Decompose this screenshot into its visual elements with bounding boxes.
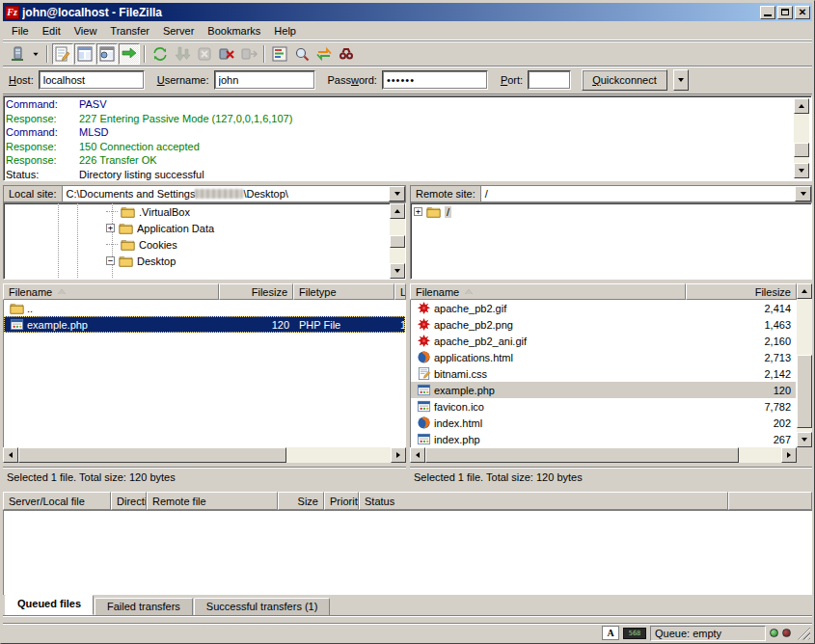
menu-item-bookmarks[interactable]: Bookmarks	[201, 23, 267, 39]
close-button[interactable]: ✕	[795, 6, 810, 19]
expand-plus-icon[interactable]: +	[106, 224, 115, 232]
filter-icon[interactable]	[269, 43, 290, 65]
tree-item-application-data[interactable]: +Application Data	[4, 220, 405, 236]
redacted-username	[195, 189, 243, 199]
file-name: ..	[27, 303, 33, 314]
file-row-example.php[interactable]: example.php120PHP File1	[4, 316, 405, 333]
process-queue-icon	[172, 43, 193, 65]
column-header-filename[interactable]: Filename	[410, 283, 686, 300]
column-header-lastmodified[interactable]: L	[394, 283, 406, 300]
column-header-filetype[interactable]: Filetype	[293, 283, 394, 300]
local-site-combo[interactable]: C:\Documents and Settings\Desktop\	[62, 185, 406, 202]
local-tree-scrollbar[interactable]	[390, 203, 405, 279]
file-row-favicon.ico[interactable]: favicon.ico7,782	[411, 398, 796, 415]
file-row-applications.html[interactable]: applications.html2,713	[411, 349, 796, 365]
disconnect-icon[interactable]	[216, 43, 237, 65]
file-row-apache-pb2.gif[interactable]: apache_pb2.gif2,414	[411, 300, 796, 316]
quickconnect-dropdown[interactable]	[673, 69, 689, 91]
tab-failed-transfers[interactable]: Failed transfers	[95, 598, 193, 615]
file-row-apache-pb2-ani.gif[interactable]: apache_pb2_ani.gif2,160	[411, 333, 796, 349]
scroll-up-icon[interactable]	[797, 283, 812, 299]
menu-item-view[interactable]: View	[68, 23, 104, 39]
log-scrollbar[interactable]	[794, 98, 809, 178]
site-manager-icon[interactable]	[7, 43, 28, 65]
scrollbar-thumb[interactable]	[425, 447, 739, 463]
queue-column-size[interactable]: Size	[278, 492, 324, 510]
remote-vscrollbar[interactable]	[797, 283, 812, 447]
toggle-local-tree-icon[interactable]	[74, 43, 95, 65]
tree-item--virtualbox[interactable]: .VirtualBox	[4, 203, 405, 220]
tree-item-cookies[interactable]: Cookies	[4, 236, 405, 253]
minimize-button[interactable]	[760, 6, 775, 19]
queue-column-empty[interactable]	[728, 492, 812, 510]
scrollbar-thumb[interactable]	[797, 355, 812, 428]
remote-hscrollbar[interactable]	[410, 447, 797, 463]
remote-site-combo[interactable]: /	[480, 185, 812, 202]
username-input[interactable]	[214, 70, 315, 90]
file-row-index.php[interactable]: index.php267	[411, 431, 796, 447]
menu-item-edit[interactable]: Edit	[36, 23, 68, 39]
file-row-index.html[interactable]: index.html202	[411, 415, 796, 431]
column-header-filename[interactable]: Filename	[3, 283, 219, 300]
queue-column-server-local-file[interactable]: Server/Local file	[3, 492, 111, 510]
scroll-up-icon[interactable]	[794, 98, 809, 114]
tree-item-root[interactable]: +/	[411, 203, 811, 220]
column-header-filesize[interactable]: Filesize	[219, 283, 293, 300]
speed-limit-icon[interactable]: 568	[623, 628, 646, 639]
quickconnect-button[interactable]: Quickconnect	[582, 69, 667, 91]
toggle-message-log-icon[interactable]	[52, 43, 73, 65]
expand-plus-icon[interactable]: +	[414, 207, 422, 216]
tab-queued-files[interactable]: Queued files	[5, 595, 94, 615]
toggle-queue-icon[interactable]	[119, 43, 140, 65]
scroll-up-icon[interactable]	[390, 203, 405, 219]
local-hscrollbar[interactable]	[3, 447, 406, 463]
scroll-right-icon[interactable]	[391, 447, 406, 463]
log-line: Command: MLSD	[6, 125, 794, 140]
remote-site-dropdown[interactable]	[795, 186, 811, 201]
resize-grip[interactable]	[797, 627, 810, 640]
toggle-remote-tree-icon[interactable]	[96, 43, 118, 65]
scroll-down-icon[interactable]	[797, 432, 812, 447]
transfer-type-ascii-icon[interactable]: A	[602, 626, 619, 640]
toolbar-separator	[263, 45, 265, 63]
menu-item-server[interactable]: Server	[156, 23, 201, 39]
find-files-icon[interactable]	[336, 43, 357, 65]
collapse-minus-icon[interactable]: −	[106, 256, 115, 265]
scroll-right-icon[interactable]	[781, 447, 797, 463]
file-row-..[interactable]: ..	[4, 300, 405, 316]
port-input[interactable]	[528, 70, 571, 90]
password-input[interactable]	[382, 70, 488, 90]
tree-item-desktop[interactable]: −Desktop	[4, 253, 405, 269]
scroll-left-icon[interactable]	[410, 447, 425, 463]
local-site-dropdown[interactable]	[389, 186, 405, 201]
site-manager-dropdown[interactable]	[29, 43, 42, 65]
queue-column-priority[interactable]: Priority	[324, 492, 359, 510]
queue-status: Queue: empty	[650, 626, 766, 641]
menu-item-file[interactable]: File	[5, 23, 36, 39]
menu-item-transfer[interactable]: Transfer	[103, 23, 156, 39]
queue-column-status[interactable]: Status	[359, 492, 728, 510]
file-row-bitnami.css[interactable]: bitnami.css2,142	[411, 365, 796, 382]
file-row-apache-pb2.png[interactable]: apache_pb2.png1,463	[411, 316, 796, 333]
menu-item-help[interactable]: Help	[267, 23, 303, 39]
synchronized-browsing-icon[interactable]	[313, 43, 335, 65]
file-row-example.php[interactable]: example.php120	[411, 382, 796, 398]
queue-column-directi-[interactable]: Directi...	[111, 492, 147, 510]
tab-successful-transfers-1-[interactable]: Successful transfers (1)	[194, 598, 331, 615]
file-name: example.php	[27, 319, 88, 331]
scroll-left-icon[interactable]	[3, 447, 18, 463]
htmlfile-icon	[416, 350, 431, 365]
queue-column-remote-file[interactable]: Remote file	[147, 492, 278, 510]
directory-comparison-icon[interactable]	[291, 43, 312, 65]
htmlfile-icon	[416, 416, 431, 431]
scrollbar-thumb[interactable]	[18, 447, 286, 463]
scroll-down-icon[interactable]	[390, 263, 405, 279]
scroll-down-icon[interactable]	[794, 163, 809, 178]
column-header-filesize[interactable]: Filesize	[686, 283, 797, 300]
scrollbar-thumb[interactable]	[390, 235, 405, 248]
refresh-icon[interactable]	[149, 43, 171, 65]
log-line: Response: 227 Entering Passive Mode (127…	[6, 112, 794, 126]
scrollbar-thumb[interactable]	[794, 143, 809, 157]
host-input[interactable]	[39, 70, 145, 90]
maximize-button[interactable]	[777, 6, 793, 19]
